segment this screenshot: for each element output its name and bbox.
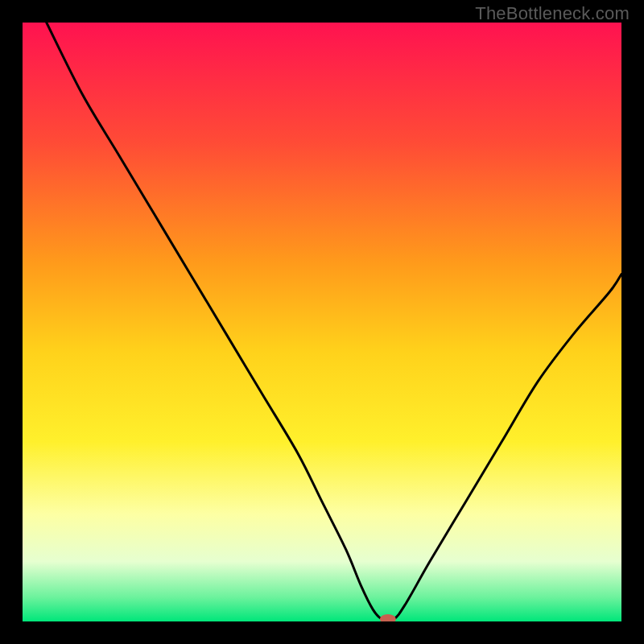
bottleneck-chart-svg <box>23 23 621 621</box>
watermark-text: TheBottleneck.com <box>475 3 630 24</box>
chart-frame: TheBottleneck.com <box>0 0 644 644</box>
gradient-background <box>23 23 621 621</box>
plot-area <box>23 23 621 621</box>
